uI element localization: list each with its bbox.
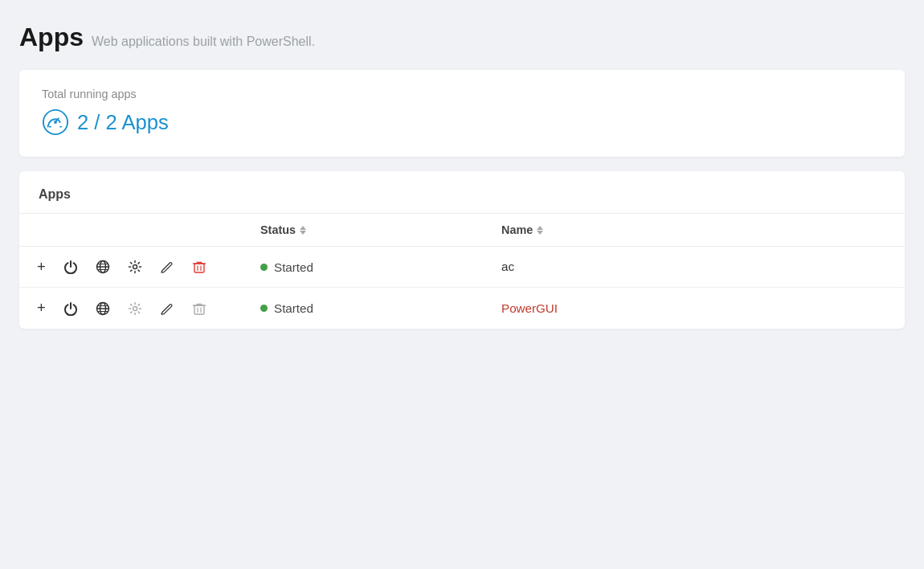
- status-row-1: Started: [260, 260, 469, 274]
- app-name-2[interactable]: PowerGUI: [501, 301, 558, 315]
- th-name[interactable]: Name: [485, 214, 905, 247]
- name-sort-up-icon: [537, 226, 543, 230]
- add-button-2[interactable]: +: [35, 299, 47, 317]
- globe-button-1[interactable]: [94, 258, 112, 276]
- edit-button-1[interactable]: [158, 258, 176, 276]
- th-name-label: Name: [501, 223, 533, 236]
- delete-icon-2: [192, 301, 206, 316]
- dashboard-icon: [42, 108, 69, 136]
- summary-card: Total running apps 2 / 2 Apps: [19, 70, 905, 157]
- power-icon-2: [63, 301, 78, 316]
- table-row: +: [19, 288, 905, 329]
- th-actions: [19, 214, 244, 247]
- name-cell-2: PowerGUI: [485, 288, 905, 329]
- status-cell-2: Started: [244, 288, 485, 329]
- power-button-2[interactable]: [62, 300, 80, 317]
- delete-button-2[interactable]: [190, 300, 208, 317]
- apps-table: Status Name: [19, 214, 905, 329]
- th-name-sort[interactable]: Name: [501, 223, 543, 236]
- page-subtitle: Web applications built with PowerShell.: [92, 35, 315, 49]
- table-header-row: Status Name: [19, 214, 905, 247]
- status-text-2: Started: [274, 301, 313, 315]
- status-row-2: Started: [260, 301, 469, 315]
- globe-icon-2: [96, 301, 110, 316]
- power-icon-1: [63, 260, 78, 274]
- page-header: Apps Web applications built with PowerSh…: [19, 23, 905, 52]
- gear-button-1[interactable]: [126, 258, 144, 276]
- svg-rect-20: [194, 305, 204, 314]
- delete-icon-1: [192, 260, 206, 274]
- globe-button-2[interactable]: [94, 300, 112, 317]
- actions-row-1: +: [35, 258, 228, 276]
- th-status-label: Status: [260, 223, 296, 236]
- globe-icon-1: [96, 260, 110, 274]
- page-title: Apps: [19, 23, 84, 52]
- page-container: Apps Web applications built with PowerSh…: [0, 0, 924, 351]
- svg-point-10: [133, 265, 137, 269]
- actions-cell-2: +: [19, 288, 244, 329]
- add-button-1[interactable]: +: [35, 258, 47, 276]
- name-cell-1: ac: [485, 247, 905, 288]
- apps-table-card: Apps Status: [19, 171, 905, 329]
- svg-point-19: [133, 306, 137, 310]
- status-dot-2: [260, 305, 268, 312]
- name-sort-icon: [537, 226, 543, 235]
- gear-icon-2: [128, 301, 142, 316]
- gear-button-2[interactable]: [126, 300, 144, 317]
- table-section-label: Apps: [19, 171, 905, 214]
- gear-icon-1: [128, 260, 142, 274]
- status-text-1: Started: [274, 260, 313, 274]
- th-status-sort[interactable]: Status: [260, 223, 306, 236]
- name-sort-down-icon: [537, 231, 543, 235]
- svg-rect-11: [194, 264, 204, 272]
- delete-button-1[interactable]: [190, 258, 208, 276]
- status-cell-1: Started: [244, 247, 485, 288]
- edit-icon-1: [160, 260, 174, 274]
- summary-count-text: 2 / 2 Apps: [77, 111, 169, 134]
- edit-button-2[interactable]: [158, 300, 176, 317]
- sort-down-icon: [300, 231, 306, 235]
- app-name-1: ac: [501, 260, 514, 273]
- actions-cell-1: +: [19, 247, 244, 288]
- svg-point-2: [54, 121, 57, 124]
- status-sort-icon: [300, 226, 306, 235]
- edit-icon-2: [160, 301, 174, 316]
- power-button-1[interactable]: [62, 258, 80, 276]
- sort-up-icon: [300, 226, 306, 230]
- status-dot-1: [260, 264, 268, 271]
- actions-row-2: +: [35, 299, 228, 317]
- th-status[interactable]: Status: [244, 214, 485, 247]
- summary-count: 2 / 2 Apps: [42, 108, 882, 136]
- table-row: +: [19, 247, 905, 288]
- summary-label: Total running apps: [42, 88, 882, 100]
